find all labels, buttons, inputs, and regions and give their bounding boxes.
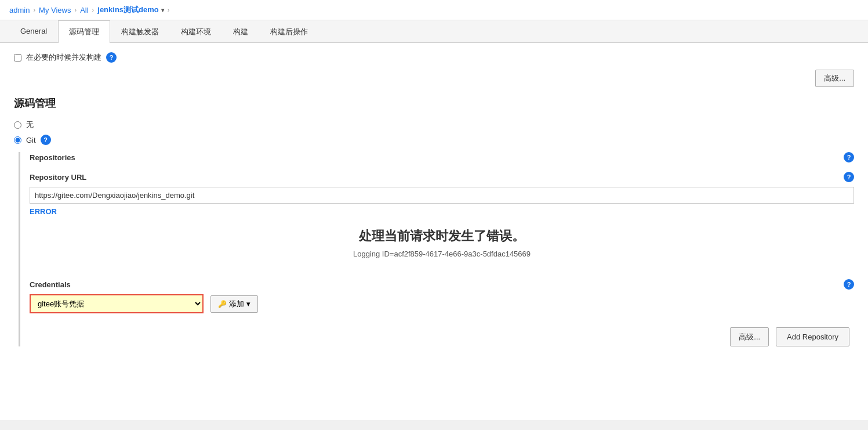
credentials-label: Credentials xyxy=(30,280,71,289)
concurrent-build-checkbox[interactable] xyxy=(14,54,21,62)
add-repository-button[interactable]: Add Repository xyxy=(776,327,849,346)
tab-source-management[interactable]: 源码管理 xyxy=(58,20,110,43)
radio-git-label: Git xyxy=(26,136,36,144)
credentials-label-row: Credentials ? xyxy=(30,279,854,290)
credentials-row: gitee账号凭据 🔑 添加 ▾ xyxy=(30,294,854,313)
breadcrumb-admin[interactable]: admin xyxy=(9,6,30,15)
radio-none-item: 无 xyxy=(14,120,854,130)
advanced-button-top[interactable]: 高级... xyxy=(815,70,854,87)
repo-url-group: Repository URL ? ERROR 处理当前请求时发生了错误。 Log… xyxy=(30,172,854,270)
tab-build[interactable]: 构建 xyxy=(222,20,259,43)
concurrent-help-icon[interactable]: ? xyxy=(106,52,117,63)
key-icon: 🔑 xyxy=(218,300,227,308)
error-title: 处理当前请求时发生了错误。 xyxy=(41,227,842,245)
git-help-icon[interactable]: ? xyxy=(41,135,51,145)
breadcrumb-all[interactable]: All xyxy=(80,6,88,15)
scm-radio-group: 无 Git ? xyxy=(14,120,854,145)
breadcrumb-myviews[interactable]: My Views xyxy=(39,6,71,15)
error-log-id: Logging ID=acf2f859-4617-4e66-9a3c-5dfda… xyxy=(41,250,842,258)
breadcrumb-sep-4: › xyxy=(168,6,170,13)
add-btn-dropdown-icon: ▾ xyxy=(246,299,250,308)
content-area: 在必要的时候并发构建 ? 高级... 源码管理 无 Git ? Repos xyxy=(0,43,868,420)
tab-build-env[interactable]: 构建环境 xyxy=(170,20,222,43)
breadcrumb-sep-1: › xyxy=(33,6,35,13)
section-title: 源码管理 xyxy=(14,96,854,110)
radio-none[interactable] xyxy=(14,121,21,129)
error-label: ERROR xyxy=(30,207,854,216)
breadcrumb-current-job: jenkins测试demo ▾ xyxy=(97,5,164,15)
breadcrumb-sep-2: › xyxy=(74,6,77,13)
advanced-btn-row: 高级... xyxy=(14,70,854,87)
breadcrumb-dropdown-icon[interactable]: ▾ xyxy=(161,7,164,13)
credentials-group: Credentials ? gitee账号凭据 🔑 添加 ▾ xyxy=(30,279,854,313)
repositories-help-icon[interactable]: ? xyxy=(844,152,854,162)
tab-build-trigger[interactable]: 构建触发器 xyxy=(110,20,170,43)
repo-url-label: Repository URL xyxy=(30,173,86,182)
concurrent-build-label: 在必要的时候并发构建 xyxy=(26,52,101,63)
tab-bar: General 源码管理 构建触发器 构建环境 构建 构建后操作 xyxy=(0,20,868,43)
radio-none-label: 无 xyxy=(26,120,34,130)
credentials-help-icon[interactable]: ? xyxy=(844,279,854,290)
git-section-content: Repositories ? Repository URL ? ERROR 处理… xyxy=(19,152,854,346)
bottom-actions: 高级... Add Repository xyxy=(30,327,854,346)
repositories-label: Repositories xyxy=(30,153,75,162)
credentials-select[interactable]: gitee账号凭据 xyxy=(30,294,204,313)
concurrent-build-row: 在必要的时候并发构建 ? xyxy=(14,52,854,63)
main-container: General 源码管理 构建触发器 构建环境 构建 构建后操作 在必要的时候并… xyxy=(0,20,868,420)
repo-url-label-row: Repository URL ? xyxy=(30,172,854,182)
breadcrumb-sep-3: › xyxy=(92,6,95,13)
repo-url-help-icon[interactable]: ? xyxy=(844,172,854,182)
tab-post-build[interactable]: 构建后操作 xyxy=(259,20,319,43)
advanced-button-bottom[interactable]: 高级... xyxy=(730,327,769,346)
add-credentials-button[interactable]: 🔑 添加 ▾ xyxy=(210,295,258,313)
error-box: 处理当前请求时发生了错误。 Logging ID=acf2f859-4617-4… xyxy=(30,216,854,270)
repositories-header: Repositories ? xyxy=(30,152,854,162)
add-btn-label: 添加 xyxy=(229,299,244,309)
tab-general[interactable]: General xyxy=(9,20,58,43)
breadcrumb: admin › My Views › All › jenkins测试demo ▾… xyxy=(0,0,868,20)
radio-git[interactable] xyxy=(14,136,21,144)
repo-url-input[interactable] xyxy=(30,187,854,204)
radio-git-item: Git ? xyxy=(14,135,854,145)
